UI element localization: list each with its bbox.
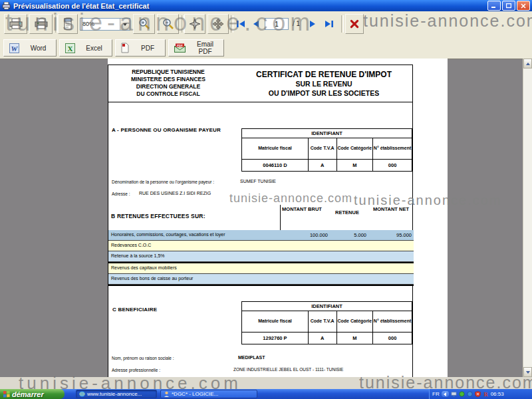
first-page-button[interactable] bbox=[233, 16, 248, 32]
print-button[interactable] bbox=[4, 14, 27, 34]
previous-page-icon bbox=[252, 20, 259, 28]
code-tva-value: A bbox=[308, 332, 336, 344]
pan-arrows-icon bbox=[212, 18, 224, 30]
pdf-icon bbox=[121, 43, 129, 53]
status-blue-icon[interactable] bbox=[467, 391, 473, 397]
col-retenue: RETENUE bbox=[328, 209, 366, 215]
section-b-label: B RETENUES EFFECTUEES SUR: bbox=[111, 213, 205, 219]
col-montant-brut: MONTANT BRUT bbox=[280, 206, 324, 212]
col-header: Code T.V.A bbox=[308, 311, 336, 332]
document-page: REPUBLIQUE TUNISIENNE MINISTERE DES FINA… bbox=[108, 59, 448, 377]
row-label: Revenus des bons de caisse au porteur bbox=[111, 276, 193, 281]
col-header: Matricule fiscal bbox=[242, 311, 309, 332]
zoom-value: 80% bbox=[80, 19, 120, 30]
adresse-professionnelle-value: ZONE INDUSTRIELLE JEBEL EL OUST - 1111- … bbox=[233, 367, 343, 372]
app-window: Prévisualisation de l'état Etat_certific… bbox=[0, 0, 532, 399]
close-button[interactable] bbox=[517, 1, 530, 11]
zoom-in-button[interactable] bbox=[133, 14, 155, 34]
row-label: Redevances C.O.C bbox=[111, 243, 151, 247]
nom-label: Nom, prénom ou raison sociale : bbox=[112, 356, 174, 360]
adresse-professionnelle-label: Adresse professionnelle : bbox=[112, 368, 160, 372]
col-header: Matricule fiscal bbox=[242, 138, 309, 160]
zoom-out-button[interactable] bbox=[157, 14, 179, 34]
print-setup-button[interactable] bbox=[29, 14, 53, 34]
col-header: N° établissement bbox=[373, 311, 412, 332]
num-etablissement-value: 000 bbox=[373, 332, 412, 344]
row-brut: 100.000 bbox=[283, 232, 328, 238]
taskbar-item-label: www.tunisie-annonce... bbox=[87, 391, 142, 397]
nom-value: MEDIPLAST bbox=[238, 355, 265, 360]
row-label: Honoraires, commissions, courtages, vaca… bbox=[111, 232, 225, 237]
header-line: MINISTERE DES FINANCES bbox=[111, 76, 225, 83]
row-label: Revenus des capitaux mobiliers bbox=[111, 265, 177, 270]
bottom-band bbox=[0, 377, 532, 389]
first-page-icon bbox=[236, 20, 245, 28]
page-setup-button[interactable] bbox=[58, 14, 78, 34]
pan-tool-button[interactable] bbox=[207, 14, 229, 34]
denomination-value: SUMEF TUNISIE bbox=[240, 179, 276, 184]
previous-page-button[interactable] bbox=[248, 16, 263, 32]
next-page-icon bbox=[309, 20, 317, 28]
num-etablissement-value: 000 bbox=[373, 160, 412, 172]
zoom-dropdown-button[interactable] bbox=[120, 19, 130, 30]
svg-text:PDF: PDF bbox=[177, 44, 183, 47]
windows-flag-icon bbox=[3, 391, 10, 398]
col-header: Code Catégorie bbox=[336, 138, 373, 160]
export-word-button[interactable]: W Word bbox=[3, 39, 57, 57]
taskbar-item-logiciel[interactable]: *DGC* - LOGICIE... bbox=[160, 390, 257, 398]
zoom-select[interactable]: 80% bbox=[80, 18, 130, 31]
export-pdf-button[interactable]: PDF bbox=[115, 39, 166, 57]
page-count-label: / 1 bbox=[293, 20, 300, 27]
page-setup-icon bbox=[63, 18, 72, 30]
window-title: Prévisualisation de l'état Etat_certific… bbox=[13, 2, 486, 10]
retenue-row: Retenue à la source 1,5% bbox=[108, 251, 414, 262]
retenue-row: Redevances C.O.C bbox=[108, 241, 414, 251]
taskbar-item-browser[interactable]: www.tunisie-annonce... bbox=[76, 390, 157, 398]
scroll-down-button[interactable] bbox=[523, 367, 532, 377]
scroll-up-button[interactable] bbox=[523, 59, 532, 68]
zoom-in-icon bbox=[138, 18, 150, 30]
identifiant-table-c: IDENTIFIANT Matricule fiscal Code T.V.A … bbox=[241, 301, 412, 344]
status-green-icon[interactable] bbox=[459, 391, 465, 397]
title-bar: Prévisualisation de l'état Etat_certific… bbox=[0, 0, 532, 11]
export-excel-label: Excel bbox=[82, 45, 106, 52]
taskbar: démarrer www.tunisie-annonce... *DGC* - … bbox=[0, 389, 532, 399]
header-line: DU CONTROLE FISCAL bbox=[111, 90, 225, 98]
adresse-value: RUE DES USINES Z.I SIDI REZIG bbox=[139, 191, 211, 196]
denomination-label: Dénomination de la personne ou l'organis… bbox=[112, 180, 214, 184]
printer-icon bbox=[2, 2, 11, 10]
svg-text:R: R bbox=[483, 391, 488, 397]
start-button[interactable]: démarrer bbox=[0, 389, 65, 399]
close-preview-button[interactable] bbox=[345, 14, 364, 34]
chevron-up-icon bbox=[526, 63, 530, 65]
matricule-fiscal-value: 1292760 P bbox=[242, 332, 309, 344]
taskbar-item-label: *DGC* - LOGICIE... bbox=[172, 391, 218, 397]
next-page-button[interactable] bbox=[305, 16, 321, 32]
export-email-pdf-button[interactable]: PDF Email PDF bbox=[168, 39, 224, 57]
page-number-input[interactable] bbox=[265, 18, 289, 30]
title-line: CERTIFICAT DE RETENUE D'IMPOT bbox=[237, 70, 410, 79]
export-excel-button[interactable]: X Excel bbox=[59, 39, 112, 57]
retenue-row: Honoraires, commissions, courtages, vaca… bbox=[108, 230, 414, 241]
last-page-button[interactable] bbox=[321, 16, 336, 32]
row-label: Retenue à la source 1,5% bbox=[111, 253, 165, 258]
excel-icon: X bbox=[65, 43, 75, 53]
security-alert-shield-icon[interactable] bbox=[475, 391, 481, 397]
row-retenue: 5.000 bbox=[332, 232, 366, 238]
star-pointer-icon bbox=[190, 19, 200, 29]
select-tool-button[interactable] bbox=[184, 14, 205, 34]
col-montant-net: MONTANT NET bbox=[370, 206, 412, 212]
network-icon[interactable] bbox=[451, 391, 457, 397]
title-line: OU D'IMPOT SUR LES SOCIETES bbox=[237, 88, 410, 98]
header-line: DIRECTION GENERALE bbox=[111, 83, 225, 90]
maximize-button[interactable] bbox=[502, 1, 515, 11]
language-indicator[interactable]: FR bbox=[432, 391, 440, 397]
last-page-icon bbox=[325, 20, 334, 28]
hide-icons-button[interactable] bbox=[442, 391, 449, 397]
minimize-button[interactable] bbox=[487, 1, 501, 11]
export-toolbar: W Word X Excel PDF PDF Emai bbox=[0, 37, 532, 59]
antivirus-r-icon[interactable]: R bbox=[483, 391, 489, 397]
printer-icon bbox=[9, 18, 23, 30]
chevron-down-icon bbox=[526, 371, 530, 374]
vertical-scrollbar[interactable] bbox=[523, 59, 532, 377]
